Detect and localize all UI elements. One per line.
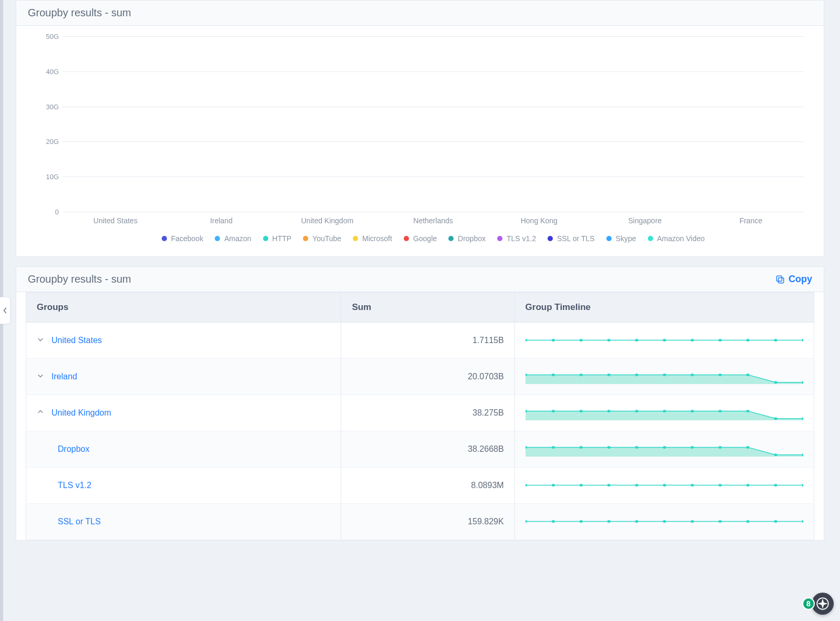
groupby-table: Groups Sum Group Timeline United States1… — [26, 292, 814, 540]
svg-point-12 — [802, 339, 803, 341]
svg-point-53 — [718, 484, 721, 487]
legend-item[interactable]: HTTP — [263, 234, 292, 243]
svg-point-5 — [607, 339, 610, 341]
svg-point-15 — [579, 374, 582, 376]
sparkline-cell — [514, 504, 814, 540]
sparkline-cell — [514, 431, 814, 468]
legend-dot-icon — [263, 236, 268, 241]
svg-point-30 — [690, 410, 694, 412]
y-tick: 50G — [34, 33, 59, 40]
svg-point-22 — [774, 381, 777, 384]
svg-point-63 — [690, 520, 694, 523]
legend-label: HTTP — [272, 234, 292, 243]
col-header-groups[interactable]: Groups — [26, 293, 341, 323]
sparkline-cell — [514, 323, 814, 359]
legend-label: YouTube — [312, 234, 341, 243]
x-tick: United Kingdom — [274, 216, 380, 225]
chevron-down-icon[interactable] — [37, 336, 44, 345]
legend-item[interactable]: YouTube — [303, 234, 341, 243]
sum-cell: 20.0703B — [341, 359, 514, 395]
svg-point-58 — [551, 520, 554, 523]
svg-point-18 — [663, 374, 666, 376]
table-row: Dropbox38.2668B — [26, 431, 814, 468]
svg-point-36 — [551, 446, 554, 449]
svg-point-39 — [635, 446, 638, 449]
svg-point-14 — [551, 374, 554, 376]
svg-point-44 — [774, 453, 777, 456]
legend-dot-icon — [215, 236, 220, 241]
svg-point-42 — [718, 446, 721, 449]
legend-item[interactable]: Amazon — [215, 234, 251, 243]
chevron-up-icon[interactable] — [37, 408, 44, 418]
left-collapse-handle[interactable] — [0, 297, 10, 324]
group-link[interactable]: Ireland — [51, 372, 77, 381]
legend-item[interactable]: Google — [404, 234, 437, 243]
col-header-sum[interactable]: Sum — [341, 293, 514, 323]
x-tick: Hong Kong — [486, 216, 592, 225]
legend-label: Google — [413, 234, 437, 243]
svg-point-26 — [579, 410, 582, 412]
legend-item[interactable]: Skype — [606, 234, 636, 243]
chart-panel: Groupby results - sum 010G20G30G40G50G U… — [16, 0, 824, 257]
col-header-timeline[interactable]: Group Timeline — [514, 293, 814, 323]
y-tick: 20G — [34, 138, 59, 146]
group-link[interactable]: United States — [51, 336, 102, 345]
legend-item[interactable]: Facebook — [162, 234, 203, 243]
chevron-down-icon[interactable] — [37, 372, 44, 381]
svg-rect-1 — [776, 276, 782, 281]
svg-point-3 — [551, 339, 554, 341]
sparkline-cell — [514, 359, 814, 395]
table-row: TLS v1.28.0893M — [26, 468, 814, 504]
x-tick: Netherlands — [380, 216, 486, 225]
copy-button[interactable]: Copy — [775, 274, 812, 285]
svg-point-2 — [526, 339, 527, 341]
legend-item[interactable]: SSL or TLS — [548, 234, 595, 243]
svg-point-47 — [551, 484, 554, 487]
svg-point-19 — [690, 374, 694, 376]
svg-point-59 — [579, 520, 582, 523]
y-tick: 30G — [34, 102, 59, 110]
table-row: United States1.7115B — [26, 323, 814, 359]
sum-cell: 1.7115B — [341, 323, 514, 359]
svg-point-51 — [663, 484, 666, 487]
legend-label: Facebook — [171, 234, 203, 243]
legend-item[interactable]: Dropbox — [448, 234, 486, 243]
svg-point-25 — [551, 410, 554, 412]
svg-point-60 — [607, 520, 610, 523]
svg-point-57 — [526, 520, 527, 523]
legend-label: Amazon — [224, 234, 251, 243]
group-link[interactable]: United Kingdom — [51, 408, 111, 417]
svg-point-20 — [718, 374, 721, 376]
svg-point-43 — [746, 446, 749, 449]
legend-dot-icon — [648, 236, 653, 241]
sparkline-cell — [514, 468, 814, 504]
svg-point-32 — [746, 410, 749, 412]
svg-point-21 — [746, 374, 749, 376]
legend-label: Skype — [616, 234, 636, 243]
legend-dot-icon — [303, 236, 308, 241]
svg-point-50 — [635, 484, 638, 487]
x-tick: Singapore — [592, 216, 698, 225]
group-child-link[interactable]: TLS v1.2 — [58, 481, 91, 490]
svg-point-52 — [690, 484, 694, 487]
sum-cell: 38.275B — [341, 395, 514, 431]
legend-label: SSL or TLS — [557, 234, 595, 243]
sum-cell: 38.2668B — [341, 431, 514, 468]
legend-item[interactable]: Amazon Video — [648, 234, 705, 243]
svg-point-7 — [663, 339, 666, 341]
legend-item[interactable]: TLS v1.2 — [497, 234, 536, 243]
group-child-link[interactable]: SSL or TLS — [58, 517, 101, 526]
legend-label: TLS v1.2 — [507, 234, 536, 243]
groupby-bar-chart: 010G20G30G40G50G United StatesIrelandUni… — [31, 36, 809, 244]
y-tick: 40G — [34, 67, 59, 75]
legend-dot-icon — [497, 236, 502, 241]
svg-point-31 — [718, 410, 721, 412]
legend-label: Microsoft — [362, 234, 392, 243]
legend-dot-icon — [404, 236, 409, 241]
svg-point-56 — [802, 484, 803, 487]
legend-item[interactable]: Microsoft — [353, 234, 392, 243]
svg-point-41 — [690, 446, 694, 449]
legend-dot-icon — [448, 236, 454, 241]
group-child-link[interactable]: Dropbox — [58, 444, 89, 453]
svg-point-48 — [579, 484, 582, 487]
